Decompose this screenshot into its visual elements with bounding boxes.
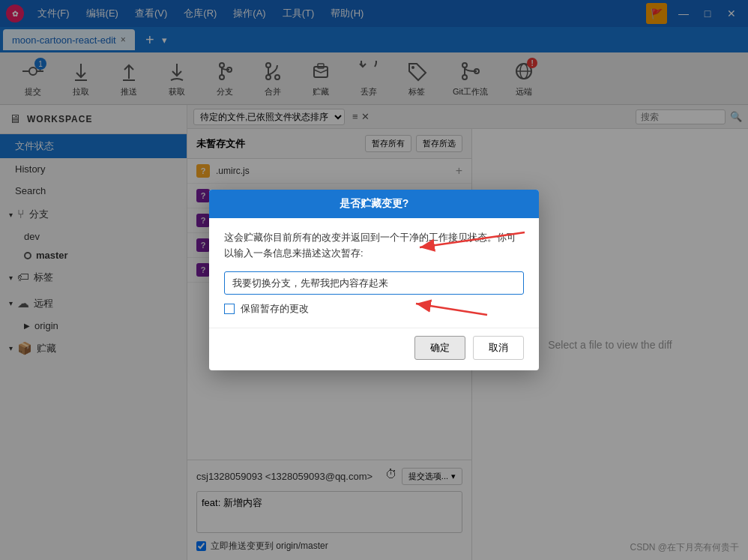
dialog-footer: 确定 取消 bbox=[209, 328, 539, 370]
dialog-input[interactable] bbox=[224, 271, 524, 295]
dialog-overlay: 是否贮藏变更? 这会贮藏你目前所有的改变并返回到一个干净的工作接贝状态。你可以输… bbox=[0, 0, 748, 560]
stash-dialog: 是否贮藏变更? 这会贮藏你目前所有的改变并返回到一个干净的工作接贝状态。你可以输… bbox=[209, 190, 539, 371]
dialog-keep-checkbox[interactable] bbox=[224, 304, 235, 314]
dialog-checkbox-label: 保留暂存的更改 bbox=[241, 302, 309, 316]
dialog-body: 这会贮藏你目前所有的改变并返回到一个干净的工作接贝状态。你可以输入一条信息来描述… bbox=[209, 218, 539, 328]
dialog-header: 是否贮藏变更? bbox=[209, 190, 539, 218]
dialog-confirm-button[interactable]: 确定 bbox=[414, 336, 465, 360]
dialog-description: 这会贮藏你目前所有的改变并返回到一个干净的工作接贝状态。你可以输入一条信息来描述… bbox=[224, 230, 524, 262]
dialog-checkbox-row: 保留暂存的更改 bbox=[224, 302, 524, 316]
dialog-cancel-button[interactable]: 取消 bbox=[473, 336, 524, 360]
